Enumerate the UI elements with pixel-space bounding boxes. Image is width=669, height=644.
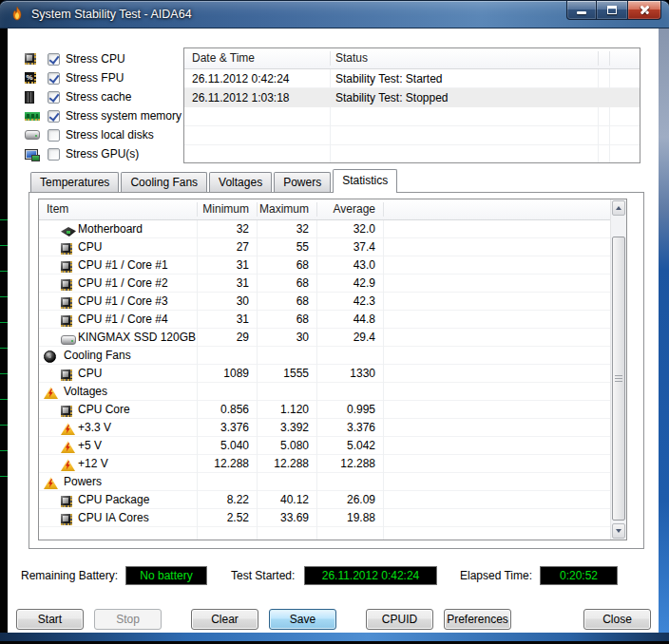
column-minimum[interactable]: Minimum <box>197 199 257 219</box>
column-separator[interactable] <box>609 51 610 66</box>
scroll-up-button[interactable] <box>612 200 625 216</box>
stats-row-voltages[interactable]: Voltages <box>39 383 610 401</box>
option-label: Stress system memory <box>66 109 182 123</box>
stats-row-12-v[interactable]: +12 V 12.288 12.288 12.288 <box>39 455 610 473</box>
column-item[interactable]: Item <box>47 199 68 219</box>
tab-temperatures[interactable]: Temperatures <box>30 172 119 192</box>
stats-maximum: 1.120 <box>257 401 316 419</box>
event-log-list[interactable]: Date & Time Status 26.11.2012 0:42:24 St… <box>183 47 640 163</box>
stats-average: 12.288 <box>316 455 383 473</box>
log-datetime: 26.11.2012 0:42:24 <box>192 69 290 88</box>
option-label: Stress cache <box>66 90 131 104</box>
stats-row-cpu-1-core-4[interactable]: CPU #1 / Core #4 31 68 44.8 <box>39 311 610 329</box>
stats-average: 29.4 <box>316 329 383 347</box>
fan-icon <box>44 350 56 363</box>
minimize-button[interactable] <box>566 1 597 20</box>
stats-item-label: +3.3 V <box>78 419 111 437</box>
option-label: Stress FPU <box>66 71 124 85</box>
minimize-icon <box>577 11 586 14</box>
checkbox[interactable] <box>48 110 60 123</box>
button-start[interactable]: Start <box>16 609 84 630</box>
column-average[interactable]: Average <box>316 199 383 219</box>
button-cpuid[interactable]: CPUID <box>366 609 433 630</box>
stats-minimum: 32 <box>197 220 257 238</box>
tab-statistics[interactable]: Statistics <box>333 169 397 193</box>
window-frame-left <box>0 28 8 633</box>
flame-icon <box>10 7 25 22</box>
column-separator[interactable] <box>330 51 331 66</box>
tab-cooling-fans[interactable]: Cooling Fans <box>121 172 207 192</box>
button-label: Close <box>602 613 632 626</box>
checkbox[interactable] <box>48 148 60 161</box>
log-column-status[interactable]: Status <box>335 48 368 68</box>
tab-powers[interactable]: Powers <box>274 172 331 192</box>
column-separator[interactable] <box>316 202 317 217</box>
window-frame-right <box>659 28 669 633</box>
stats-minimum: 31 <box>197 256 257 275</box>
stats-item-label: KINGMAX SSD 120GB <box>78 329 196 347</box>
stats-item-label: Voltages <box>64 383 107 401</box>
cpu-chip-icon <box>61 315 72 327</box>
tab-voltages[interactable]: Voltages <box>209 172 272 192</box>
checkbox[interactable] <box>48 72 60 85</box>
warning-icon <box>44 477 58 489</box>
checkbox[interactable] <box>48 91 60 104</box>
stats-row-cpu-package[interactable]: CPU Package 8.22 40.12 26.09 <box>39 491 610 509</box>
log-row[interactable]: 26.11.2012 0:42:24 Stability Test: Start… <box>184 69 640 88</box>
log-column-datetime[interactable]: Date & Time <box>192 48 255 68</box>
button-stop[interactable]: Stop <box>94 609 162 630</box>
arrow-down-icon <box>616 529 621 533</box>
warning-icon <box>61 441 75 453</box>
scroll-down-button[interactable] <box>612 523 625 539</box>
stats-average: 43.0 <box>316 256 383 275</box>
cpu-chip-icon <box>61 369 72 381</box>
close-button[interactable] <box>627 1 661 20</box>
stats-row-cpu-1-core-3[interactable]: CPU #1 / Core #3 30 68 42.3 <box>39 293 610 311</box>
statistics-rows: Motherboard 32 32 32.0 CPU 27 55 37.4 CP… <box>39 220 610 540</box>
checkbox[interactable] <box>48 53 60 66</box>
stats-row-cpu-1-core-2[interactable]: CPU #1 / Core #2 31 68 42.9 <box>39 275 610 293</box>
scrollbar-thumb[interactable] <box>612 237 625 521</box>
column-separator[interactable] <box>383 202 384 217</box>
button-preferences[interactable]: Preferences <box>444 609 511 630</box>
title-bar[interactable]: System Stability Test - AIDA64 <box>0 0 669 28</box>
button-save[interactable]: Save <box>269 609 336 630</box>
maximize-button[interactable] <box>597 1 627 20</box>
warning-icon <box>44 387 58 399</box>
statistics-table-header: Item Minimum Maximum Average <box>39 199 610 220</box>
stats-row-cpu-ia-cores[interactable]: CPU IA Cores 2.52 33.69 19.88 <box>39 509 610 527</box>
column-separator[interactable] <box>257 202 258 217</box>
stats-row-cpu[interactable]: CPU 1089 1555 1330 <box>39 365 610 383</box>
stats-row-powers[interactable]: Powers <box>39 473 610 491</box>
stats-item-label: CPU #1 / Core #2 <box>78 275 168 293</box>
cpu-chip-icon <box>61 261 72 273</box>
stats-row-motherboard[interactable]: Motherboard 32 32 32.0 <box>39 220 610 238</box>
log-row[interactable]: 26.11.2012 1:03:18 Stability Test: Stopp… <box>184 88 640 107</box>
stats-row-cooling-fans[interactable]: Cooling Fans <box>39 347 610 365</box>
column-maximum[interactable]: Maximum <box>257 199 316 219</box>
column-separator[interactable] <box>197 202 198 217</box>
statistics-table[interactable]: Item Minimum Maximum Average <box>38 199 627 540</box>
column-separator[interactable] <box>598 51 599 66</box>
stats-minimum: 2.52 <box>197 509 257 527</box>
stats-maximum: 68 <box>257 311 316 329</box>
cpu-chip-icon <box>61 243 72 255</box>
stats-row-3-3-v[interactable]: +3.3 V 3.376 3.392 3.376 <box>39 419 610 437</box>
stats-maximum: 40.12 <box>257 491 316 509</box>
stats-row-cpu-core[interactable]: CPU Core 0.856 1.120 0.995 <box>39 401 610 419</box>
button-close[interactable]: Close <box>583 609 651 630</box>
checkbox[interactable] <box>48 129 60 142</box>
stats-maximum: 32 <box>257 220 316 238</box>
vertical-scrollbar[interactable] <box>610 199 626 540</box>
button-clear[interactable]: Clear <box>191 609 258 630</box>
stats-row-kingmax-ssd-120gb[interactable]: KINGMAX SSD 120GB 29 30 29.4 <box>39 329 610 347</box>
statistics-tab-panel: Item Minimum Maximum Average <box>29 192 644 549</box>
stats-maximum: 12.288 <box>257 455 316 473</box>
stats-item-label: CPU <box>78 365 102 383</box>
stats-row-5-v[interactable]: +5 V 5.040 5.080 5.042 <box>39 437 610 455</box>
stats-row-cpu[interactable]: CPU 27 55 37.4 <box>39 238 610 256</box>
stats-item-label: CPU IA Cores <box>78 509 149 527</box>
tab-label: Voltages <box>219 176 262 189</box>
stats-row-cpu-1-core-1[interactable]: CPU #1 / Core #1 31 68 43.0 <box>39 256 610 275</box>
stats-item-label: CPU #1 / Core #1 <box>78 256 168 275</box>
